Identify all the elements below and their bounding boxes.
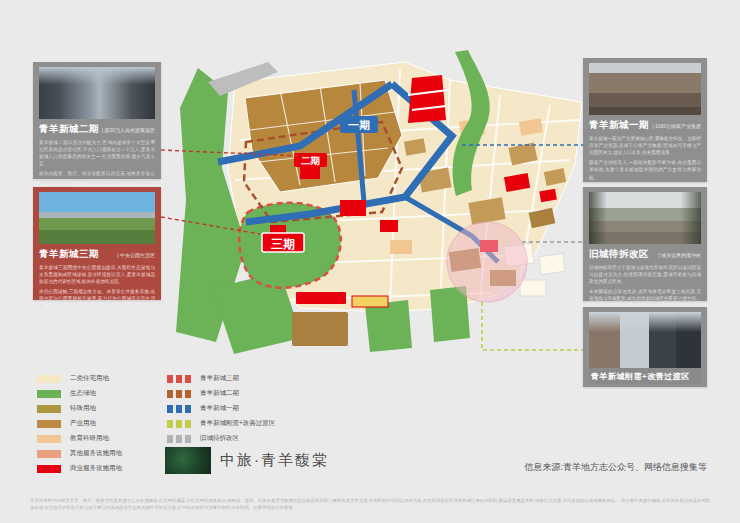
legend-label: 旧城待拆改区 <box>200 434 239 443</box>
legend-swatch-special <box>37 405 61 413</box>
legend-label: 商业服务设施用地 <box>70 464 122 473</box>
legend-swatch-phase1-line <box>167 405 191 413</box>
legend-label: 青羊新城三期 <box>200 374 239 383</box>
callout-phase1-body1: 青羊新城一期为产业发展核心区,聚集航空科技、总部经济等产业资源,形成千亿级产业集… <box>589 135 701 156</box>
legend-label: 青羊新城二期 <box>200 389 239 398</box>
legend-label: 其他服务设施用地 <box>70 449 122 458</box>
legend-swatch-oldtown-line <box>167 435 191 443</box>
legend-item: 旧城待拆改区 <box>167 434 275 443</box>
photo-phase3 <box>39 192 155 244</box>
callout-phase3-tag: | 中央公园生活区 <box>117 252 155 258</box>
map-label-phase3: 三期 <box>271 237 295 251</box>
callout-oldtown-tag: | 城乡边界的缓冲村 <box>658 252 701 258</box>
map-red-banner <box>296 292 346 304</box>
callout-phase2-title: 青羊新城二期 <box>39 123 99 136</box>
source-note: 信息来源:青羊地方志公众号、网络信息搜集等 <box>430 461 707 474</box>
legend-landuse: 二类住宅用地 生态绿地 特殊用地 产业用地 教育科研用地 其他服务设施用地 商业… <box>37 374 122 473</box>
map-label-phase2: 二期 <box>301 155 320 166</box>
legend-item: 青羊新城三期 <box>167 374 275 383</box>
brand-logo-image <box>165 447 211 474</box>
legend-label: 青羊新城刚需+改善过渡区 <box>200 419 275 428</box>
callout-phase2-body1: 青羊新城二期以居住功能为主,区域内建成多个大型安置社区及商品住宅社区,常住人口规… <box>39 139 155 167</box>
legend-label: 教育科研用地 <box>70 434 109 443</box>
map-label-phase2-chip: 二期 <box>294 153 327 167</box>
legend-swatch-other-services <box>37 450 61 458</box>
legend-item: 其他服务设施用地 <box>37 449 122 458</box>
poster-canvas: 一期 二期 三期 青羊新城二期 | 超20万人高密度聚居区 青羊新城二期以居住功… <box>0 0 740 523</box>
callout-phase1-title: 青羊新城一期 <box>589 119 649 132</box>
map-label-phase1: 一期 <box>348 119 370 131</box>
legend-swatch-transition-line <box>167 420 191 428</box>
legend-item: 青羊新城一期 <box>167 404 275 413</box>
map-brown-building <box>292 312 348 346</box>
callout-oldtown: 旧城待拆改区 | 城乡边界的缓冲村 旧城待拆改区位于新城与老城交界地带,现状以老… <box>583 187 707 301</box>
legend-swatch-residential <box>37 375 61 383</box>
legend-item: 生态绿地 <box>37 389 122 398</box>
footer-disclaimer: 本宣传资料中的相关文字、图片、数据等信息来源于公开渠道整理,仅为要约邀请,不作为… <box>30 498 710 511</box>
callout-phase1-body2: 随着产业持续导入,一期板块配套不断升级,商业氛围日渐成熟,为整个青羊新城提供强劲… <box>589 159 701 180</box>
legend-swatch-phase2-line <box>167 390 191 398</box>
callout-phase3-body2: 依托公园绿轴,三期规划有文化、体育等公共服务设施,低密住宅与公园景观相互渗透,着… <box>39 288 155 309</box>
photo-oldtown <box>589 192 701 244</box>
legend-item: 产业用地 <box>37 419 122 428</box>
legend-item: 二类住宅用地 <box>37 374 122 383</box>
legend-label: 青羊新城一期 <box>200 404 239 413</box>
legend-item: 商业服务设施用地 <box>37 464 122 473</box>
callout-oldtown-body2: 未来随着拆迁改造推进,该区域将逐步释放土地资源,完善道路与市政配套,成为衔接新旧… <box>589 288 701 302</box>
callout-phase2-tag: | 超20万人高密度聚居区 <box>102 127 155 133</box>
legend-swatch-eco-green <box>37 390 61 398</box>
callout-phase3-body1: 青羊新城三期围绕中央公园规划建设,大面积生态绿地与水系景观构成区域绿核,居住环境… <box>39 264 155 285</box>
footer-line1: 本宣传资料中的相关文字、图片、数据等信息来源于公开渠道整理,仅为要约邀请,不作为… <box>30 498 620 503</box>
map-yellow-parcel <box>352 296 388 307</box>
legend-label: 二类住宅用地 <box>70 374 109 383</box>
legend-item: 教育科研用地 <box>37 434 122 443</box>
leader-transition <box>482 302 583 350</box>
legend-swatch-education <box>37 435 61 443</box>
legend-swatch-industry <box>37 420 61 428</box>
legend-label: 特殊用地 <box>70 404 96 413</box>
photo-phase2 <box>39 67 155 119</box>
callout-phase3-title: 青羊新城三期 <box>39 248 99 261</box>
photo-transition <box>589 312 701 368</box>
brand-name: 中旅·青羊馥棠 <box>220 451 329 470</box>
landuse-map: 一期 二期 三期 <box>150 50 590 380</box>
legend-item: 青羊新城刚需+改善过渡区 <box>167 419 275 428</box>
photo-phase1 <box>589 63 701 115</box>
legend-label: 产业用地 <box>70 419 96 428</box>
callout-phase3: 青羊新城三期 | 中央公园生活区 青羊新城三期围绕中央公园规划建设,大面积生态绿… <box>33 187 161 300</box>
callout-phase2: 青羊新城二期 | 超20万人高密度聚居区 青羊新城二期以居住功能为主,区域内建成… <box>33 62 161 179</box>
map-transition-circle <box>447 222 527 302</box>
legend-item: 特殊用地 <box>37 404 122 413</box>
callout-transition: 青羊新城刚需+改善过渡区 <box>583 307 707 387</box>
callout-phase1: 青羊新城一期 | 1000亿级双产业集群 青羊新城一期为产业发展核心区,聚集航空… <box>583 58 707 182</box>
legend-swatch-phase3-line <box>167 375 191 383</box>
legend-phases: 青羊新城三期 青羊新城二期 青羊新城一期 青羊新城刚需+改善过渡区 旧城待拆改区 <box>167 374 275 443</box>
callout-phase1-tag: | 1000亿级双产业集群 <box>652 123 701 129</box>
callout-transition-title: 青羊新城刚需+改善过渡区 <box>589 368 701 384</box>
map-label-phase1-chip: 一期 <box>340 116 378 133</box>
map-label-phase3-chip: 三期 <box>262 233 304 252</box>
callout-oldtown-body1: 旧城待拆改区位于新城与老城交界地带,现状以老旧院落与自建住房为主,街巷肌理保留完… <box>589 264 701 285</box>
callout-oldtown-title: 旧城待拆改区 <box>589 248 649 261</box>
legend-label: 生态绿地 <box>70 389 96 398</box>
legend-swatch-commercial <box>37 465 61 473</box>
legend-item: 青羊新城二期 <box>167 389 275 398</box>
